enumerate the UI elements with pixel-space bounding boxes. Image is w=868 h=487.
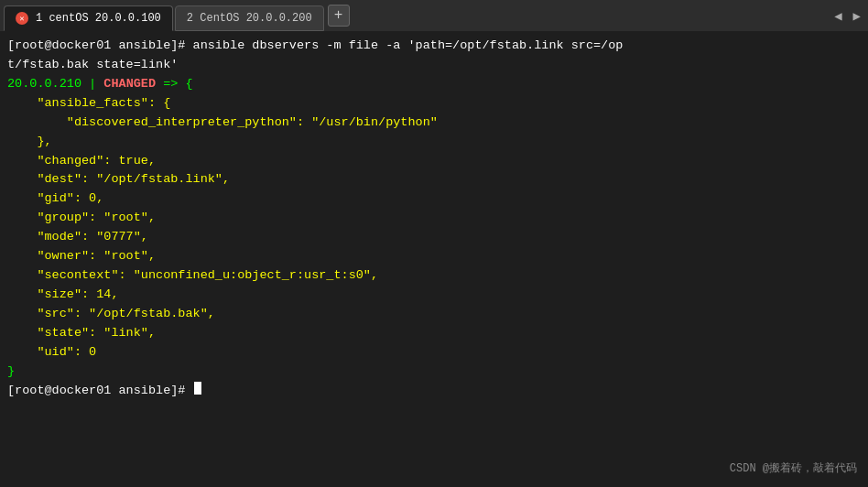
tab-2[interactable]: 2 CentOS 20.0.0.200 (175, 5, 324, 31)
tab-next-button[interactable]: ▶ (850, 6, 864, 26)
tab-1-label: 1 centOS 20.0.0.100 (36, 12, 161, 25)
output-line-10: "secontext": "unconfined_u:object_r:usr_… (7, 266, 861, 286)
output-line-2: "discovered_interpreter_python": "/usr/b… (7, 114, 861, 133)
output-line-4: "changed": true, (7, 152, 861, 171)
output-line-1: "ansible_facts": { (7, 94, 861, 114)
output-line-0: 20.0.0.210 | CHANGED => { (7, 75, 861, 94)
final-prompt-line: [root@docker01 ansible]# (7, 382, 861, 401)
output-line-11: "size": 14, (7, 286, 861, 305)
tab-1-close[interactable]: ✕ (16, 12, 28, 25)
command-line-1: [root@docker01 ansible]# ansible dbserve… (7, 37, 861, 56)
prompt-1: [root@docker01 ansible]# ansible dbserve… (7, 37, 623, 56)
tab-2-label: 2 CentOS 20.0.0.200 (187, 12, 312, 25)
output-line-6: "gid": 0, (7, 189, 861, 209)
tab-bar: ✕ 1 centOS 20.0.0.100 2 CentOS 20.0.0.20… (0, 0, 868, 31)
command-line-2: t/fstab.bak state=link' (7, 56, 861, 75)
output-line-13: "state": "link", (7, 324, 861, 343)
output-line-3: }, (7, 133, 861, 152)
cursor (194, 382, 201, 395)
tab-navigation: ◀ ▶ (830, 6, 864, 26)
output-line-5: "dest": "/opt/fstab.link", (7, 170, 861, 189)
output-line-12: "src": "/opt/fstab.bak", (7, 305, 861, 324)
command-continuation: t/fstab.bak state=link' (7, 56, 178, 75)
tab-1[interactable]: ✕ 1 centOS 20.0.0.100 (4, 5, 173, 31)
output-line-14: "uid": 0 (7, 343, 861, 363)
output-line-8: "mode": "0777", (7, 228, 861, 247)
terminal-window: ✕ 1 centOS 20.0.0.100 2 CentOS 20.0.0.20… (0, 0, 868, 487)
output-line-7: "group": "root", (7, 209, 861, 228)
final-prompt: [root@docker01 ansible]# (7, 382, 193, 401)
terminal-body[interactable]: [root@docker01 ansible]# ansible dbserve… (0, 31, 868, 487)
output-line-9: "owner": "root", (7, 247, 861, 266)
watermark: CSDN @搬着砖，敲着代码 (730, 460, 857, 478)
tab-prev-button[interactable]: ◀ (830, 6, 845, 26)
output-line-15: } (7, 363, 861, 382)
new-tab-button[interactable]: + (328, 5, 350, 27)
